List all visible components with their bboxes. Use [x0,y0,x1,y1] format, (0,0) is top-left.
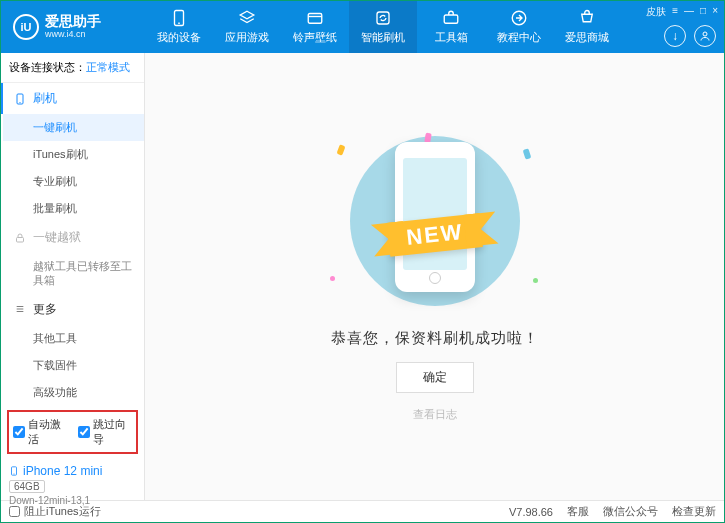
skin-button[interactable]: 皮肤 [646,5,666,19]
sidebar-item-flash-2[interactable]: 专业刷机 [3,168,144,195]
sidebar-item-more-2[interactable]: 高级功能 [3,379,144,406]
version-label: V7.98.66 [509,506,553,518]
download-button[interactable]: ↓ [664,25,686,47]
device-phone-icon [9,464,19,478]
nav-label: 智能刷机 [361,30,405,45]
sidebar-item-flash-1[interactable]: iTunes刷机 [3,141,144,168]
nav-book[interactable]: 教程中心 [485,1,553,53]
apps-icon [238,9,256,27]
title-bar: iU 爱思助手 www.i4.cn 我的设备应用游戏铃声壁纸智能刷机工具箱教程中… [1,1,724,53]
device-name-label: iPhone 12 mini [23,464,102,478]
lock-icon [13,232,27,244]
connection-status: 设备连接状态：正常模式 [1,53,144,83]
sidebar-header-jailbreak-label: 一键越狱 [33,229,81,246]
nav-label: 教程中心 [497,30,541,45]
sidebar-header-flash[interactable]: 刷机 [1,83,144,114]
block-itunes-input[interactable] [9,506,20,517]
menu-icon[interactable]: ≡ [672,5,678,19]
sidebar-header-more-label: 更多 [33,301,57,318]
check-update-link[interactable]: 检查更新 [672,504,716,519]
auto-activate-label: 自动激活 [28,417,68,447]
close-icon[interactable]: × [712,5,718,19]
maximize-icon[interactable]: □ [700,5,706,19]
nav-apps[interactable]: 应用游戏 [213,1,281,53]
svg-rect-4 [444,15,458,23]
list-icon [13,304,27,314]
refresh-icon [374,9,392,27]
phone-icon [170,9,188,27]
brand-logo-icon: iU [13,14,39,40]
nav-label: 工具箱 [435,30,468,45]
skip-guide-label: 跳过向导 [93,417,133,447]
svg-point-6 [703,32,707,36]
minimize-icon[interactable]: — [684,5,694,19]
connection-status-label: 设备连接状态： [9,61,86,73]
customer-service-link[interactable]: 客服 [567,504,589,519]
user-button[interactable] [694,25,716,47]
success-message: 恭喜您，保资料刷机成功啦！ [331,329,539,348]
brand-title: 爱思助手 [45,14,101,29]
block-itunes-checkbox[interactable]: 阻止iTunes运行 [9,504,101,519]
top-nav: 我的设备应用游戏铃声壁纸智能刷机工具箱教程中心爱思商城 [145,1,621,53]
svg-rect-3 [377,12,389,24]
window-controls: 皮肤 ≡ — □ × [646,5,718,19]
svg-rect-9 [17,237,24,242]
sidebar-item-more-1[interactable]: 下载固件 [3,352,144,379]
block-itunes-label: 阻止iTunes运行 [24,504,101,519]
user-icon [699,30,711,42]
nav-cart[interactable]: 爱思商城 [553,1,621,53]
sidebar-item-more-0[interactable]: 其他工具 [3,325,144,352]
success-illustration: NEW [320,131,550,311]
option-checks-highlight: 自动激活 跳过向导 [7,410,138,454]
jailbreak-note: 越狱工具已转移至工具箱 [3,253,144,294]
phone-icon [13,92,27,106]
sidebar-item-flash-0[interactable]: 一键刷机 [3,114,144,141]
ok-button[interactable]: 确定 [396,362,474,393]
sidebar-header-flash-label: 刷机 [33,90,57,107]
nav-label: 爱思商城 [565,30,609,45]
brand-url: www.i4.cn [45,30,101,40]
auto-activate-input[interactable] [13,426,25,438]
sidebar-item-flash-3[interactable]: 批量刷机 [3,195,144,222]
svg-rect-2 [308,14,322,24]
brand: iU 爱思助手 www.i4.cn [1,14,145,40]
sidebar-header-jailbreak[interactable]: 一键越狱 [3,222,144,253]
main-content: NEW 恭喜您，保资料刷机成功啦！ 确定 查看日志 [145,53,724,500]
wallet-icon [306,9,324,27]
book-icon [510,9,528,27]
nav-refresh[interactable]: 智能刷机 [349,1,417,53]
view-log-link[interactable]: 查看日志 [413,407,457,422]
nav-phone[interactable]: 我的设备 [145,1,213,53]
sidebar-header-more[interactable]: 更多 [3,294,144,325]
cart-icon [578,9,596,27]
device-storage-badge: 64GB [9,480,45,493]
nav-label: 铃声壁纸 [293,30,337,45]
connection-mode: 正常模式 [86,61,130,73]
nav-toolbox[interactable]: 工具箱 [417,1,485,53]
skip-guide-input[interactable] [78,426,90,438]
skip-guide-checkbox[interactable]: 跳过向导 [78,417,133,447]
sidebar: 设备连接状态：正常模式 刷机 一键刷机iTunes刷机专业刷机批量刷机 一键越狱… [1,53,145,500]
nav-label: 应用游戏 [225,30,269,45]
wechat-link[interactable]: 微信公众号 [603,504,658,519]
auto-activate-checkbox[interactable]: 自动激活 [13,417,68,447]
toolbox-icon [442,9,460,27]
nav-label: 我的设备 [157,30,201,45]
nav-wallet[interactable]: 铃声壁纸 [281,1,349,53]
